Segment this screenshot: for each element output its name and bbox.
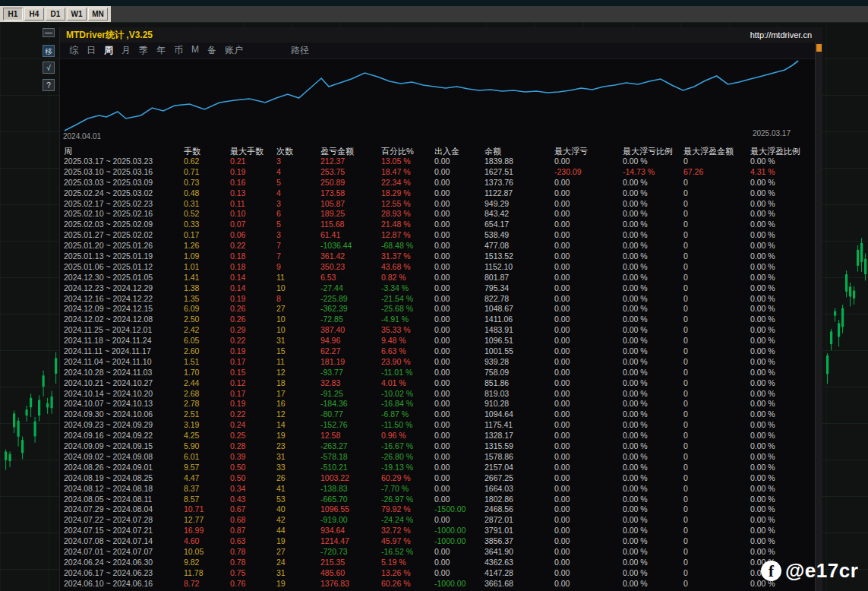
cell: 0.00 [552,156,620,167]
cell: 2024.08.05 ~ 2024.08.11 [62,495,181,505]
panel-scrollbar-thumb[interactable] [816,44,822,52]
table-row[interactable]: 2024.10.28 ~ 2024.11.031.700.1512-93.77-… [62,368,813,378]
panel-tab-0[interactable]: 综 [69,44,78,57]
panel-title: MTDriver统计 ,V3.25 [66,29,153,42]
timeframe-button-w1[interactable]: W1 [67,8,87,21]
cell: 0.00 % [620,495,681,505]
cell: 0.00 [432,399,482,409]
timeframe-button-mn[interactable]: MN [88,8,108,21]
table-row[interactable]: 2024.09.23 ~ 2024.09.293.190.2414-152.76… [62,420,813,431]
cell: 0.00 % [620,473,681,484]
cell: 11.78 [181,568,228,579]
table-row[interactable]: 2024.12.23 ~ 2024.12.291.380.1410-27.44-… [62,283,813,294]
table-row[interactable]: 2025.01.06 ~ 2025.01.121.010.189350.2343… [62,262,813,273]
cell: 801.87 [482,273,552,283]
table-row[interactable]: 2025.02.17 ~ 2025.02.230.310.113105.8712… [62,199,813,210]
cell: 0.00 % [748,294,810,305]
table-row[interactable]: 2024.11.25 ~ 2024.12.012.420.2910387.403… [62,325,813,336]
cell: 1.38 [181,283,228,294]
table-row[interactable]: 2025.03.17 ~ 2025.03.230.620.213212.3713… [62,156,813,167]
table-row[interactable]: 2024.12.09 ~ 2024.12.156.090.2627-362.39… [62,304,813,314]
table-row[interactable]: 2024.07.01 ~ 2024.07.0710.050.7827-720.7… [62,547,813,558]
table-row[interactable]: 2024.08.05 ~ 2024.08.118.570.4353-665.70… [62,495,813,505]
cell: 0 [681,526,748,536]
table-row[interactable]: 2025.01.13 ~ 2025.01.191.090.187361.4231… [62,251,813,262]
panel-tab-6[interactable]: 币 [174,44,183,57]
cell: 0.00 [552,409,620,420]
cell: 0.00 % [620,568,681,579]
panel-tab-8[interactable]: 备 [207,44,216,57]
table-row[interactable]: 2024.10.07 ~ 2024.10.132.780.1916-184.36… [62,399,813,409]
panel-tab-7[interactable]: M [191,44,199,57]
table-row[interactable]: 2024.06.17 ~ 2024.06.2311.780.7531485.60… [62,568,813,579]
panel-tab-2[interactable]: 周 [104,44,113,57]
cell: -1000.00 [432,579,482,589]
cell: 4 [274,188,318,199]
panel-minimize-button[interactable]: — [43,28,55,37]
cell: 6.01 [181,452,228,463]
timeframe-button-h4[interactable]: H4 [24,8,44,21]
panel-tab-5[interactable]: 年 [156,44,166,57]
table-row[interactable]: 2024.09.16 ~ 2024.09.224.250.251912.580.… [62,431,813,441]
cell: 0 [681,220,748,230]
ea-help-button[interactable]: ? [43,79,55,91]
cell: 6.05 [181,336,228,346]
table-row[interactable]: 2024.11.11 ~ 2024.11.172.600.191562.276.… [62,346,813,357]
panel-url-link[interactable]: http://mtdriver.cn [750,30,812,40]
table-row[interactable]: 2024.08.19 ~ 2024.08.254.470.50261003.22… [62,473,813,484]
ea-move-button[interactable]: 移 [43,45,55,57]
cell: 0.00 % [620,389,681,400]
cell: 1513.52 [482,251,552,262]
panel-tab-1[interactable]: 日 [87,44,96,57]
cell: -26.80 % [379,452,432,463]
table-row[interactable]: 2024.07.15 ~ 2024.07.2116.990.8744934.64… [62,526,813,536]
cell: -72.85 [318,314,379,325]
cell: 1214.47 [318,536,379,547]
table-row[interactable]: 2025.02.03 ~ 2025.02.090.330.075115.6821… [62,220,813,230]
cell: 1152.10 [482,262,552,273]
table-row[interactable]: 2025.01.20 ~ 2025.01.261.260.227-1036.44… [62,241,813,251]
table-row[interactable]: 2024.07.22 ~ 2024.07.2812.770.6842-919.0… [62,515,813,526]
cell: 212.37 [318,156,379,167]
table-row[interactable]: 2024.09.02 ~ 2024.09.086.010.3931-578.18… [62,452,813,463]
panel-scrollbar[interactable] [815,43,822,591]
table-row[interactable]: 2024.08.26 ~ 2024.09.019.570.5033-510.21… [62,463,813,473]
timeframe-button-d1[interactable]: D1 [46,8,65,21]
table-row[interactable]: 2024.09.09 ~ 2024.09.155.900.2823-263.27… [62,441,813,452]
table-row[interactable]: 2024.12.02 ~ 2024.12.082.500.2610-72.85-… [62,314,813,325]
cell: 0.07 [228,220,274,230]
table-row[interactable]: 2024.06.10 ~ 2024.06.168.720.76191376.83… [62,579,813,589]
panel-tab-9[interactable]: 账户 [225,44,243,57]
table-row[interactable]: 2024.08.12 ~ 2024.08.188.370.3441-138.83… [62,484,813,495]
table-row[interactable]: 2024.11.18 ~ 2024.11.246.050.223194.969.… [62,336,813,346]
cell: 0 [681,336,748,346]
table-row[interactable]: 2024.11.04 ~ 2024.11.101.510.1711181.192… [62,357,813,368]
table-row[interactable]: 2025.03.10 ~ 2025.03.160.710.194253.7518… [62,167,813,178]
cell: 43.68 % [379,262,432,273]
cell: 2.68 [181,389,228,400]
table-row[interactable]: 2024.12.30 ~ 2025.01.051.410.14116.530.8… [62,273,813,283]
cell: -1036.44 [318,241,379,251]
cell: 0.00 [432,547,482,558]
panel-tab-4[interactable]: 季 [139,44,148,57]
timeframe-button-h1[interactable]: H1 [3,8,23,21]
table-row[interactable]: 2025.02.24 ~ 2025.03.020.480.134173.5818… [62,188,813,199]
ea-check-button[interactable]: √ [43,62,55,74]
cell: 0.00 [552,484,620,495]
table-row[interactable]: 2024.10.14 ~ 2024.10.202.680.1717-91.25-… [62,389,813,400]
panel-tab-3[interactable]: 月 [122,44,131,57]
table-row[interactable]: 2024.07.08 ~ 2024.07.144.600.63191214.47… [62,536,813,547]
cell: 189.25 [318,209,379,220]
table-row[interactable]: 2024.10.21 ~ 2024.10.272.440.121832.834.… [62,378,813,389]
table-row[interactable]: 2024.09.30 ~ 2024.10.062.510.2212-80.77-… [62,409,813,420]
cell: 0.00 [552,536,620,547]
table-row[interactable]: 2025.01.27 ~ 2025.02.020.170.06361.4112.… [62,230,813,241]
table-row[interactable]: 2025.03.03 ~ 2025.03.090.730.165250.8922… [62,178,813,188]
cell: 0 [681,484,748,495]
table-row[interactable]: 2025.02.10 ~ 2025.02.160.520.106189.2528… [62,209,813,220]
cell: 2024.10.21 ~ 2024.10.27 [62,378,181,389]
table-row[interactable]: 2024.06.24 ~ 2024.06.309.820.7824215.355… [62,558,813,568]
path-label[interactable]: 路径 [291,44,309,57]
table-row[interactable]: 2024.07.29 ~ 2024.08.0410.710.67401096.5… [62,504,813,515]
table-row[interactable]: 2024.12.16 ~ 2024.12.221.350.198-225.89-… [62,294,813,305]
